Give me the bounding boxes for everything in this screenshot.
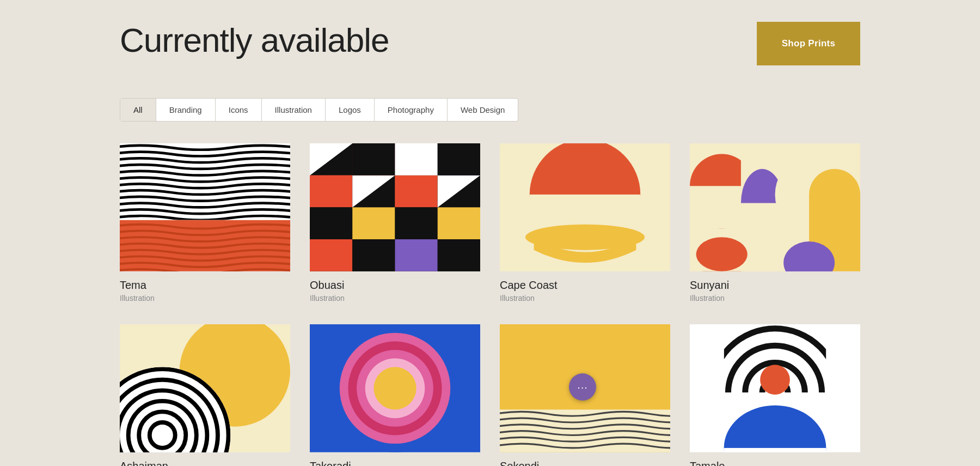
svg-rect-13 xyxy=(310,207,352,239)
item-title-tamale: Tamale xyxy=(690,460,860,467)
svg-rect-80 xyxy=(724,448,826,452)
item-title-obuasi: Obuasi xyxy=(310,279,480,292)
artwork-image-sunyani xyxy=(690,143,860,271)
shop-prints-button[interactable]: Shop Prints xyxy=(757,22,860,65)
floating-menu-button[interactable]: ··· xyxy=(569,373,596,401)
filter-bar: All Branding Icons Illustration Logos Ph… xyxy=(120,98,518,122)
filter-tab-icons[interactable]: Icons xyxy=(216,99,262,121)
item-category-obuasi: Illustration xyxy=(310,294,480,302)
svg-point-78 xyxy=(760,365,790,395)
filter-tab-logos[interactable]: Logos xyxy=(326,99,375,121)
svg-point-44 xyxy=(809,169,860,220)
svg-point-47 xyxy=(696,237,748,271)
filter-tab-web-design[interactable]: Web Design xyxy=(448,99,518,121)
artwork-image-obuasi xyxy=(310,143,480,271)
svg-rect-17 xyxy=(310,239,352,271)
item-title-sunyani: Sunyani xyxy=(690,279,860,292)
grid-item-cape-coast[interactable]: Cape Coast Illustration xyxy=(500,143,670,302)
svg-rect-18 xyxy=(352,239,395,271)
svg-rect-14 xyxy=(352,207,395,239)
page-title: Currently available xyxy=(120,22,389,59)
item-category-sunyani: Illustration xyxy=(690,294,860,302)
artwork-grid: Tema Illustration xyxy=(120,143,860,466)
svg-rect-41 xyxy=(741,203,783,271)
svg-marker-29 xyxy=(352,143,395,175)
page-header: Currently available Shop Prints xyxy=(120,22,860,65)
item-title-cape-coast: Cape Coast xyxy=(500,279,670,292)
artwork-image-tema xyxy=(120,143,290,271)
artwork-image-takoradi xyxy=(310,324,480,452)
svg-point-35 xyxy=(525,225,645,250)
filter-tab-illustration[interactable]: Illustration xyxy=(262,99,326,121)
grid-item-tamale[interactable]: Tamale Illustration xyxy=(690,324,860,466)
item-category-cape-coast: Illustration xyxy=(500,294,670,302)
item-title-takoradi: Takoradi xyxy=(310,460,480,467)
svg-rect-15 xyxy=(395,207,438,239)
filter-tab-all[interactable]: All xyxy=(120,99,156,121)
artwork-image-tamale xyxy=(690,324,860,452)
three-dots-icon: ··· xyxy=(577,382,588,392)
item-title-tema: Tema xyxy=(120,279,290,292)
svg-rect-16 xyxy=(438,207,480,239)
artwork-image-ashaiman xyxy=(120,324,290,452)
grid-item-obuasi[interactable]: Obuasi Illustration xyxy=(310,143,480,302)
svg-rect-20 xyxy=(438,239,480,271)
item-title-ashaiman: Ashaiman xyxy=(120,460,290,467)
item-title-sekondi: Sekondi xyxy=(500,460,670,467)
filter-tab-photography[interactable]: Photography xyxy=(375,99,448,121)
artwork-image-cape-coast xyxy=(500,143,670,271)
grid-item-tema[interactable]: Tema Illustration xyxy=(120,143,290,302)
grid-item-ashaiman[interactable]: Ashaiman Illustration xyxy=(120,324,290,466)
grid-item-takoradi[interactable]: Takoradi Illustration xyxy=(310,324,480,466)
item-category-tema: Illustration xyxy=(120,294,290,302)
filter-tab-branding[interactable]: Branding xyxy=(156,99,216,121)
svg-point-66 xyxy=(382,376,408,401)
svg-marker-30 xyxy=(395,143,438,175)
svg-marker-31 xyxy=(438,143,480,175)
grid-item-sunyani[interactable]: Sunyani Illustration xyxy=(690,143,860,302)
svg-rect-19 xyxy=(395,239,438,271)
